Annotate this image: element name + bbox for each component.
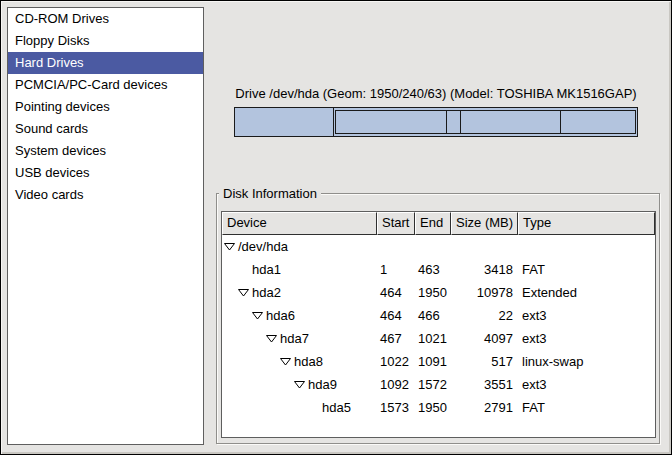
start-cell: 1022 (377, 350, 415, 373)
end-cell: 1572 (415, 373, 451, 396)
tree-indent (222, 315, 252, 316)
partition-divider (560, 111, 561, 133)
disk-information-label: Disk Information (219, 186, 321, 201)
disk-information-table: DeviceStartEndSize (MB)Type /dev/hdahda1… (221, 211, 656, 438)
size-cell (451, 235, 518, 258)
device-cell: hda6 (222, 304, 377, 327)
device-cell: hda7 (222, 327, 377, 350)
start-cell: 1092 (377, 373, 415, 396)
table-row-hda8[interactable]: hda810221091517linux-swap (222, 350, 655, 373)
partition-bar (234, 107, 638, 137)
device-cell: hda1 (222, 258, 377, 281)
sidebar-item-pcmcia-pc-card-devices[interactable]: PCMCIA/PC-Card devices (8, 74, 203, 96)
device-name: hda2 (252, 281, 281, 304)
sidebar-item-floppy-disks[interactable]: Floppy Disks (8, 30, 203, 52)
tree-indent (222, 269, 238, 270)
type-cell: linux-swap (518, 350, 655, 373)
tree-indent (222, 292, 238, 293)
table-row-hda1[interactable]: hda114633418FAT (222, 258, 655, 281)
expander-icon[interactable] (280, 357, 294, 366)
end-cell (415, 235, 451, 258)
device-name: hda6 (266, 304, 295, 327)
expander-icon[interactable] (294, 380, 308, 389)
type-cell: FAT (518, 396, 655, 419)
type-cell: ext3 (518, 373, 655, 396)
partition-divider (460, 111, 461, 133)
sidebar-item-hard-drives[interactable]: Hard Drives (8, 52, 203, 74)
tree-indent (222, 361, 280, 362)
device-name: hda9 (308, 373, 337, 396)
table-body: /dev/hdahda114633418FAThda2464195010978E… (222, 235, 655, 419)
tree-indent (222, 407, 308, 408)
end-cell: 463 (415, 258, 451, 281)
expander-icon[interactable] (224, 242, 238, 251)
expander-icon[interactable] (238, 288, 252, 297)
column-header-device[interactable]: Device (222, 212, 377, 235)
end-cell: 466 (415, 304, 451, 327)
end-cell: 1091 (415, 350, 451, 373)
hardware-browser-window: CD-ROM DrivesFloppy DisksHard DrivesPCMC… (0, 0, 672, 455)
device-category-list: CD-ROM DrivesFloppy DisksHard DrivesPCMC… (7, 7, 204, 445)
column-header-type[interactable]: Type (518, 212, 655, 235)
size-cell: 10978 (451, 281, 518, 304)
column-header-end[interactable]: End (415, 212, 451, 235)
device-name: hda8 (294, 350, 323, 373)
size-cell: 517 (451, 350, 518, 373)
start-cell: 1 (377, 258, 415, 281)
device-cell: hda2 (222, 281, 377, 304)
partition-segment-extended (335, 110, 636, 134)
column-header-start[interactable]: Start (377, 212, 415, 235)
device-cell: hda5 (222, 396, 377, 419)
end-cell: 1950 (415, 396, 451, 419)
expander-icon[interactable] (266, 334, 280, 343)
end-cell: 1950 (415, 281, 451, 304)
tree-indent (222, 338, 266, 339)
start-cell (377, 235, 415, 258)
size-cell: 4097 (451, 327, 518, 350)
partition-segment-primary (235, 108, 334, 136)
sidebar-item-cd-rom-drives[interactable]: CD-ROM Drives (8, 8, 203, 30)
partition-divider (446, 111, 447, 133)
tree-indent (222, 384, 294, 385)
start-cell: 467 (377, 327, 415, 350)
expander-icon[interactable] (252, 311, 266, 320)
table-row-dev-hda[interactable]: /dev/hda (222, 235, 655, 258)
end-cell: 1021 (415, 327, 451, 350)
size-cell: 2791 (451, 396, 518, 419)
sidebar-item-system-devices[interactable]: System devices (8, 140, 203, 162)
size-cell: 3551 (451, 373, 518, 396)
start-cell: 1573 (377, 396, 415, 419)
table-row-hda5[interactable]: hda5157319502791FAT (222, 396, 655, 419)
size-cell: 22 (451, 304, 518, 327)
start-cell: 464 (377, 304, 415, 327)
device-name: /dev/hda (238, 235, 288, 258)
type-cell: FAT (518, 258, 655, 281)
type-cell (518, 235, 655, 258)
device-name: hda1 (252, 258, 281, 281)
device-name: hda7 (280, 327, 309, 350)
sidebar-item-video-cards[interactable]: Video cards (8, 184, 203, 206)
table-row-hda6[interactable]: hda646446622ext3 (222, 304, 655, 327)
device-cell: hda8 (222, 350, 377, 373)
device-cell: hda9 (222, 373, 377, 396)
device-cell: /dev/hda (222, 235, 377, 258)
start-cell: 464 (377, 281, 415, 304)
size-cell: 3418 (451, 258, 518, 281)
sidebar-item-usb-devices[interactable]: USB devices (8, 162, 203, 184)
column-header-size-mb[interactable]: Size (MB) (451, 212, 518, 235)
sidebar-item-pointing-devices[interactable]: Pointing devices (8, 96, 203, 118)
table-row-hda9[interactable]: hda9109215723551ext3 (222, 373, 655, 396)
sidebar-item-sound-cards[interactable]: Sound cards (8, 118, 203, 140)
table-row-hda2[interactable]: hda2464195010978Extended (222, 281, 655, 304)
type-cell: ext3 (518, 327, 655, 350)
drive-info-label: Drive /dev/hda (Geom: 1950/240/63) (Mode… (234, 86, 638, 101)
type-cell: ext3 (518, 304, 655, 327)
type-cell: Extended (518, 281, 655, 304)
device-name: hda5 (322, 396, 351, 419)
table-header-row: DeviceStartEndSize (MB)Type (222, 212, 655, 235)
table-row-hda7[interactable]: hda746710214097ext3 (222, 327, 655, 350)
